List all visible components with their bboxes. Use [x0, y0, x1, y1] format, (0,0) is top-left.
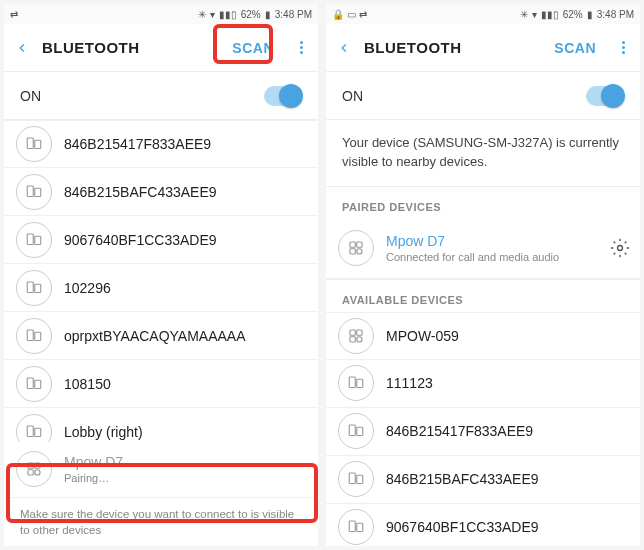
bluetooth-toggle[interactable] — [586, 86, 624, 106]
available-device-list: MPOW-059111123846B215417F833AEE9846B215B… — [326, 312, 640, 546]
device-icon — [338, 318, 374, 354]
device-icon — [16, 414, 52, 442]
battery-text: 62% — [241, 9, 261, 20]
device-icon — [338, 413, 374, 449]
scan-button[interactable]: SCAN — [546, 34, 604, 62]
device-list: 846B215417F833AEE9846B215BAFC433AEE99067… — [4, 120, 318, 442]
svg-rect-17 — [35, 463, 40, 468]
device-row[interactable]: 846B215BAFC433AEE9 — [4, 168, 318, 216]
svg-rect-0 — [27, 138, 33, 149]
device-row[interactable]: 9067640BF1CC33ADE9 — [4, 216, 318, 264]
wifi-icon: ▾ — [532, 9, 537, 20]
svg-point-19 — [35, 470, 40, 475]
headset-icon — [338, 230, 374, 266]
device-icon — [338, 509, 374, 545]
svg-point-28 — [357, 336, 362, 341]
page-title: BLUETOOTH — [364, 39, 536, 56]
visibility-message: Your device (SAMSUNG-SM-J327A) is curren… — [326, 120, 640, 186]
menu-button[interactable] — [614, 41, 632, 54]
back-button[interactable] — [334, 38, 354, 58]
clock: 3:48 PM — [275, 9, 312, 20]
svg-rect-34 — [357, 475, 363, 483]
device-name: 111123 — [386, 375, 630, 391]
svg-rect-18 — [28, 470, 33, 475]
gear-icon[interactable] — [610, 238, 630, 258]
footer-note: Make sure the device you want to connect… — [4, 498, 318, 546]
back-button[interactable] — [12, 38, 32, 58]
svg-rect-5 — [35, 236, 41, 244]
battery-text: 62% — [563, 9, 583, 20]
svg-rect-16 — [28, 463, 33, 468]
device-name: 846B215BAFC433AEE9 — [386, 471, 630, 487]
svg-point-24 — [618, 246, 623, 251]
signal-icon: ▮▮▯ — [541, 9, 559, 20]
phone-left: ⇄ ✳ ▾ ▮▮▯ 62% ▮ 3:48 PM BLUETOOTH SCAN O… — [4, 4, 318, 546]
clock: 3:48 PM — [597, 9, 634, 20]
device-name: oprpxtBYAACAQYAMAAAAA — [64, 328, 308, 344]
paired-device-row[interactable]: Mpow D7 Connected for call and media aud… — [326, 219, 640, 279]
status-bar: 🔒 ▭ ⇄ ✳ ▾ ▮▮▯ 62% ▮ 3:48 PM — [326, 4, 640, 24]
svg-rect-20 — [350, 242, 355, 247]
device-icon — [16, 318, 52, 354]
device-row[interactable]: 846B215BAFC433AEE9 — [326, 456, 640, 504]
device-name: 846B215417F833AEE9 — [64, 136, 308, 152]
svg-rect-33 — [349, 473, 355, 484]
svg-rect-8 — [27, 330, 33, 341]
svg-rect-4 — [27, 234, 33, 245]
device-row[interactable]: 846B215417F833AEE9 — [326, 408, 640, 456]
device-name: Mpow D7 — [386, 233, 598, 249]
header: BLUETOOTH SCAN — [326, 24, 640, 72]
device-icon — [338, 365, 374, 401]
svg-rect-9 — [35, 332, 41, 340]
device-status: Pairing… — [64, 472, 308, 484]
status-bar: ⇄ ✳ ▾ ▮▮▯ 62% ▮ 3:48 PM — [4, 4, 318, 24]
device-row[interactable]: 108150 — [4, 360, 318, 408]
svg-rect-22 — [350, 249, 355, 254]
svg-rect-31 — [349, 425, 355, 436]
svg-rect-1 — [35, 140, 41, 148]
bluetooth-toggle-row: ON — [4, 72, 318, 120]
device-row-pairing[interactable]: Mpow D7 Pairing… — [4, 442, 318, 498]
phone-right: 🔒 ▭ ⇄ ✳ ▾ ▮▮▯ 62% ▮ 3:48 PM BLUETOOTH SC… — [326, 4, 640, 546]
svg-rect-30 — [357, 379, 363, 387]
svg-rect-11 — [35, 380, 41, 388]
scan-button[interactable]: SCAN — [224, 34, 282, 62]
device-icon — [338, 461, 374, 497]
device-row[interactable]: MPOW-059 — [326, 312, 640, 360]
battery-icon: ▮ — [265, 9, 271, 20]
device-label-group: Mpow D7 Pairing… — [64, 454, 308, 484]
svg-rect-10 — [27, 378, 33, 389]
bluetooth-toggle-row: ON — [326, 72, 640, 120]
svg-rect-2 — [27, 186, 33, 197]
headset-icon — [16, 451, 52, 487]
lock-icon: 🔒 — [332, 9, 344, 20]
svg-rect-27 — [350, 336, 355, 341]
device-row[interactable]: 9067640BF1CC33ADE9 — [326, 504, 640, 546]
device-row[interactable]: 111123 — [326, 360, 640, 408]
bluetooth-toggle[interactable] — [264, 86, 302, 106]
svg-rect-29 — [349, 377, 355, 388]
device-row[interactable]: Lobby (right) — [4, 408, 318, 442]
svg-rect-12 — [27, 426, 33, 437]
device-icon — [16, 270, 52, 306]
device-name: Mpow D7 — [64, 454, 308, 470]
device-icon — [16, 174, 52, 210]
svg-point-23 — [357, 249, 362, 254]
device-row[interactable]: 846B215417F833AEE9 — [4, 120, 318, 168]
device-name: Lobby (right) — [64, 424, 308, 440]
device-row[interactable]: oprpxtBYAACAQYAMAAAAA — [4, 312, 318, 360]
bluetooth-icon: ✳ — [520, 9, 528, 20]
on-label: ON — [20, 88, 264, 104]
device-name: MPOW-059 — [386, 328, 630, 344]
sim-icon: ▭ — [347, 9, 356, 20]
svg-rect-6 — [27, 282, 33, 293]
device-row[interactable]: 102296 — [4, 264, 318, 312]
menu-button[interactable] — [292, 41, 310, 54]
sync-icon: ⇄ — [10, 9, 18, 20]
available-devices-header: AVAILABLE DEVICES — [326, 279, 640, 312]
signal-icon: ▮▮▯ — [219, 9, 237, 20]
svg-rect-36 — [357, 523, 363, 531]
svg-rect-3 — [35, 188, 41, 196]
svg-rect-7 — [35, 284, 41, 292]
svg-rect-21 — [357, 242, 362, 247]
